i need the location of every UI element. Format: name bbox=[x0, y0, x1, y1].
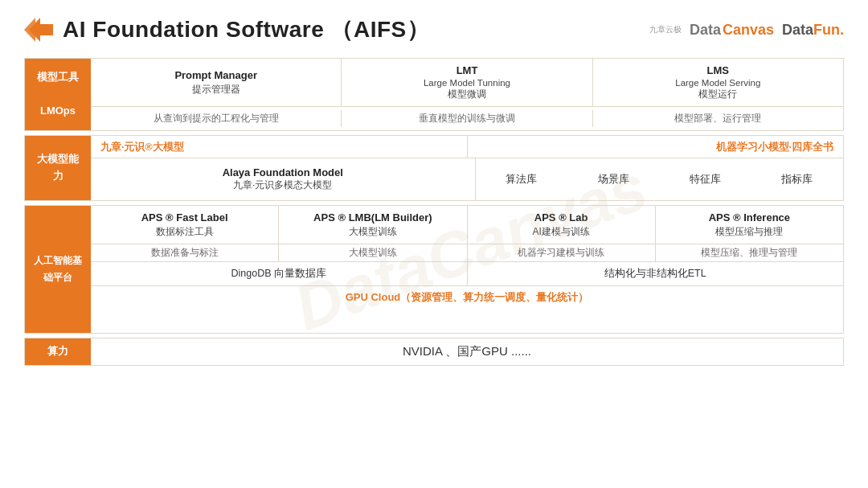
desc-lmb: 大模型训练 bbox=[279, 244, 467, 261]
label-large-model: 大模型能力 bbox=[25, 136, 91, 200]
header: AI Foundation Software （AIFS） 九章云极 DataC… bbox=[24, 14, 844, 45]
row1-content: Prompt Manager 提示管理器 LMT Large Model Tun… bbox=[91, 59, 843, 130]
header-left: AI Foundation Software （AIFS） bbox=[24, 14, 429, 45]
orange-right: 机器学习小模型·四库全书 bbox=[468, 136, 844, 158]
dingodb-cell: DingoDB 向量数据库 bbox=[91, 262, 468, 285]
row3-top: APS ® Fast Label 数据标注工具 APS ® LMB(LM Bui… bbox=[91, 206, 843, 244]
row1-top: Prompt Manager 提示管理器 LMT Large Model Tun… bbox=[91, 59, 843, 107]
row3-mid: 数据准备与标注 大模型训练 机器学习建模与训练 模型压缩、推理与管理 bbox=[91, 244, 843, 262]
row3-bottom: DingoDB 向量数据库 结构化与非结构化ETL bbox=[91, 262, 843, 286]
desc-lmt: 垂直模型的训练与微调 bbox=[342, 110, 592, 127]
row2-content: 九章·元识®大模型 机器学习小模型·四库全书 Alaya Foundation … bbox=[91, 136, 843, 200]
cell-lab: APS ® Lab AI建模与训练 bbox=[468, 206, 656, 244]
row3-content: APS ® Fast Label 数据标注工具 APS ® LMB(LM Bui… bbox=[91, 206, 843, 333]
right-items: 算法库 场景库 特征库 指标库 bbox=[476, 158, 844, 200]
gpu-cloud-row: GPU Cloud（资源管理、算力统一调度、量化统计） bbox=[91, 286, 843, 309]
orange-left: 九章·元识®大模型 bbox=[91, 136, 468, 158]
logo-area: 九章云极 DataCanvas DataFun. bbox=[649, 22, 844, 39]
logo-datacanvas: DataCanvas bbox=[690, 22, 774, 39]
etl-cell: 结构化与非结构化ETL bbox=[468, 262, 844, 285]
label-compute: 算力 bbox=[25, 338, 91, 365]
cell-lms: LMS Large Model Serving 模型运行 bbox=[593, 59, 843, 106]
desc-lab: 机器学习建模与训练 bbox=[468, 244, 656, 261]
desc-inference: 模型压缩、推理与管理 bbox=[656, 244, 843, 261]
row1-bottom: 从查询到提示的工程化与管理 垂直模型的训练与微调 模型部署、运行管理 bbox=[91, 107, 843, 130]
compute-content: NVIDIA 、国产GPU ...... bbox=[91, 338, 843, 365]
cell-prompt-manager: Prompt Manager 提示管理器 bbox=[91, 59, 342, 106]
row-model-tools: 模型工具 LMOps Prompt Manager 提示管理器 LMT Larg… bbox=[24, 58, 844, 131]
cell-lmt: LMT Large Model Tunning 模型微调 bbox=[342, 59, 592, 106]
logo-datafun: DataFun. bbox=[782, 22, 844, 39]
row2-orange-labels: 九章·元识®大模型 机器学习小模型·四库全书 bbox=[91, 136, 843, 158]
desc-prompt: 从查询到提示的工程化与管理 bbox=[91, 110, 342, 127]
row2-main: Alaya Foundation Model 九章·元识多模态大模型 算法库 场… bbox=[91, 158, 843, 200]
cell-lmb: APS ® LMB(LM Builder) 大模型训练 bbox=[279, 206, 467, 244]
page-title: AI Foundation Software （AIFS） bbox=[63, 14, 429, 45]
row-compute: 算力 NVIDIA 、国产GPU ...... bbox=[24, 338, 844, 366]
logo-company-text: 九章云极 bbox=[649, 24, 682, 35]
desc-lms: 模型部署、运行管理 bbox=[593, 110, 843, 127]
label-model-tools: 模型工具 LMOps bbox=[25, 59, 91, 130]
alaya-cell: Alaya Foundation Model 九章·元识多模态大模型 bbox=[91, 158, 476, 200]
cell-inference: APS ® Inference 模型压缩与推理 bbox=[656, 206, 843, 244]
row-large-model: 大模型能力 九章·元识®大模型 机器学习小模型·四库全书 Alaya Found… bbox=[24, 135, 844, 201]
row-ai-platform: 人工智能基 础平台 APS ® Fast Label 数据标注工具 APS ® … bbox=[24, 205, 844, 334]
label-ai-platform: 人工智能基 础平台 bbox=[25, 206, 91, 333]
arrow-icon bbox=[24, 18, 53, 42]
desc-fast-label: 数据准备与标注 bbox=[91, 244, 279, 261]
cell-fast-label: APS ® Fast Label 数据标注工具 bbox=[91, 206, 279, 244]
